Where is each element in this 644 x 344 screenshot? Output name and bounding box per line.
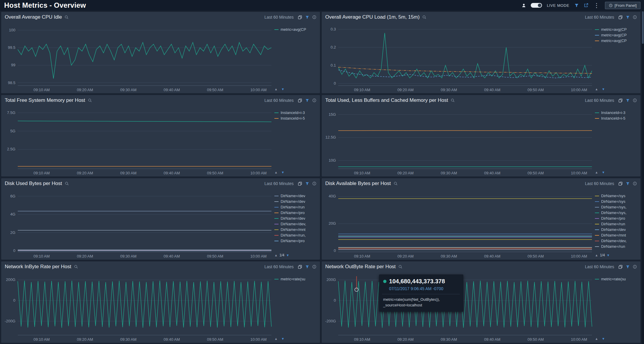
legend-item[interactable]: InstanceId=i-3 (274, 110, 318, 115)
info-icon[interactable] (633, 15, 637, 19)
pager-down-icon[interactable]: ▼ (286, 253, 289, 257)
legend-item[interactable]: DirName=/dev (274, 216, 318, 221)
legend-item[interactable]: DirName=/dev, (595, 238, 638, 244)
pager-up-icon[interactable]: ▲ (595, 87, 598, 91)
legend-item[interactable]: metric=avg(CP (595, 27, 638, 32)
filter-icon[interactable] (574, 3, 579, 8)
copy-icon[interactable] (618, 181, 623, 186)
panel-filter-icon[interactable] (626, 15, 630, 19)
copy-icon[interactable] (298, 265, 302, 269)
chart-plot[interactable]: 40G20G009:10 AM09:20 AM09:30 AM09:40 AM0… (322, 189, 594, 260)
info-icon[interactable] (312, 181, 316, 186)
legend-item[interactable]: DirName=/pro (595, 216, 638, 221)
pager-up-icon[interactable]: ▲ (595, 337, 598, 340)
svg-text:09:50 AM: 09:50 AM (207, 337, 223, 342)
magnifier-icon[interactable] (88, 98, 92, 102)
panel-filter-icon[interactable] (305, 265, 309, 269)
legend-item[interactable]: DirName=/pro (274, 210, 318, 216)
panel-filter-icon[interactable] (626, 98, 630, 102)
copy-icon[interactable] (618, 265, 623, 269)
magnifier-icon[interactable] (422, 15, 426, 19)
legend-item[interactable]: InstanceId=i-5 (595, 115, 638, 121)
panel-filter-icon[interactable] (626, 181, 630, 186)
magnifier-icon[interactable] (398, 265, 402, 269)
chart-plot[interactable]: 10099.59998.509:10 AM09:20 AM09:30 AM09:… (1, 22, 274, 93)
legend-item[interactable]: metric=rate(su (274, 276, 318, 282)
magnifier-icon[interactable] (451, 98, 455, 102)
svg-text:09:40 AM: 09:40 AM (164, 337, 180, 342)
pager-down-icon[interactable]: ▼ (602, 171, 605, 174)
copy-icon[interactable] (298, 181, 302, 186)
info-icon[interactable] (312, 265, 316, 269)
pager-up-icon[interactable]: ▲ (274, 337, 278, 340)
scrollbar-track[interactable] (642, 11, 644, 344)
info-icon[interactable] (312, 15, 316, 19)
copy-icon[interactable] (298, 15, 302, 20)
pager-down-icon[interactable]: ▼ (281, 87, 284, 91)
legend-item[interactable]: DirName=/dev (595, 227, 638, 232)
copy-icon[interactable] (618, 98, 623, 103)
legend-item[interactable]: DirName=/sys (595, 199, 638, 204)
scrollbar-thumb[interactable] (642, 11, 644, 44)
pager-up-icon[interactable]: ▲ (595, 171, 598, 174)
legend-item[interactable]: metric=avg(CP (274, 27, 318, 32)
chart-plot[interactable]: 0.30.20.1009:10 AM09:20 AM09:30 AM09:40 … (322, 22, 594, 93)
svg-text:100: 100 (9, 28, 15, 32)
legend-item[interactable]: DirName=/mnt (595, 232, 638, 238)
legend-item[interactable]: metric=avg(CP (595, 38, 638, 44)
legend-item[interactable]: DirName=/dev (274, 199, 318, 204)
legend-item[interactable]: DirName=/dev, (274, 221, 318, 227)
share-icon[interactable] (584, 3, 588, 8)
pager-up-icon[interactable]: ▲ (274, 171, 278, 174)
panel-filter-icon[interactable] (305, 15, 309, 19)
magnifier-icon[interactable] (394, 181, 398, 186)
info-icon[interactable] (633, 181, 637, 186)
legend-item[interactable]: InstanceId=i-3 (595, 110, 638, 115)
kebab-menu-icon[interactable]: ⋮ (593, 2, 600, 8)
legend-item[interactable]: DirName=/run (274, 204, 318, 210)
pager-up-icon[interactable]: ▲ (274, 87, 278, 91)
chart-plot[interactable]: 200G0-200G09:10 AM09:20 AM09:30 AM09:40 … (322, 272, 594, 343)
chart-plot[interactable]: 6G4G2G009:10 AM09:20 AM09:30 AM09:40 AM0… (1, 189, 274, 260)
panel-filter-icon[interactable] (305, 181, 309, 186)
legend-item[interactable]: DirName=/dev (274, 193, 318, 199)
chart-plot[interactable]: 15G12.5G10G09:10 AM09:20 AM09:30 AM09:40… (322, 106, 594, 176)
panel-filter-icon[interactable] (626, 265, 630, 269)
legend-item[interactable]: DirName=/mnt (274, 227, 318, 232)
legend-pager: ▲ 1/4 ▼ (595, 253, 638, 258)
user-icon[interactable] (522, 3, 526, 8)
info-icon[interactable] (633, 265, 637, 269)
from-panel-button[interactable]: [From Panel] (605, 2, 640, 9)
chart-plot[interactable]: 200G0-200G09:10 AM09:20 AM09:30 AM09:40 … (1, 272, 274, 343)
legend-item[interactable]: DirName=/run (595, 221, 638, 227)
copy-icon[interactable] (298, 98, 302, 103)
pager-down-icon[interactable]: ▼ (602, 87, 605, 91)
magnifier-icon[interactable] (64, 15, 69, 19)
svg-text:6G: 6G (10, 194, 15, 198)
legend-item[interactable]: DirName=/pro (274, 238, 318, 244)
info-icon[interactable] (633, 98, 637, 102)
info-icon[interactable] (312, 98, 316, 102)
panel-filter-icon[interactable] (305, 98, 309, 102)
magnifier-icon[interactable] (74, 265, 78, 269)
pager-up-icon[interactable]: ▲ (595, 253, 598, 257)
pager-down-icon[interactable]: ▼ (607, 253, 610, 257)
pager-down-icon[interactable]: ▼ (602, 337, 605, 340)
legend-item[interactable]: DirName=/run, (274, 232, 318, 238)
pager-up-icon[interactable]: ▲ (274, 253, 278, 257)
copy-icon[interactable] (618, 15, 623, 20)
legend-item[interactable]: DirName=/run (595, 244, 638, 249)
legend-item[interactable]: metric=avg(CP (595, 32, 638, 38)
svg-text:09:10 AM: 09:10 AM (33, 88, 50, 92)
legend-item[interactable]: DirName=/sys, (595, 204, 638, 210)
magnifier-icon[interactable] (65, 181, 69, 186)
pager-down-icon[interactable]: ▼ (281, 171, 284, 174)
legend-item[interactable]: DirName=/sys, (595, 210, 638, 216)
live-mode-toggle[interactable] (531, 3, 542, 8)
legend-item[interactable]: InstanceId=i-5 (274, 115, 318, 121)
legend-pager: ▲ ▼ (595, 87, 638, 91)
chart-plot[interactable]: 7.5G5G2.5G09:10 AM09:20 AM09:30 AM09:40 … (1, 106, 274, 176)
pager-down-icon[interactable]: ▼ (281, 337, 284, 340)
legend-item[interactable]: metric=rate(su (595, 276, 638, 282)
legend-item[interactable]: DirName=/sys (595, 193, 638, 199)
